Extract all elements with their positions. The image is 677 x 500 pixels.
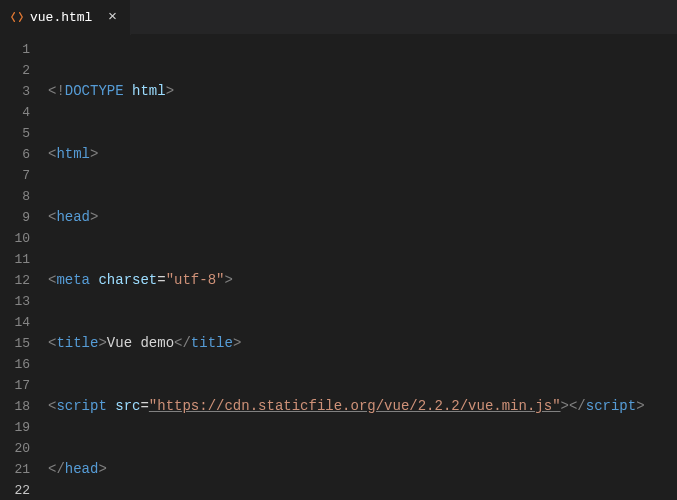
tab-vue-html[interactable]: vue.html × [0,0,131,35]
line-number: 6 [0,144,30,165]
line-number: 21 [0,459,30,480]
line-number: 11 [0,249,30,270]
line-number: 15 [0,333,30,354]
code-line[interactable]: </head> [48,459,677,480]
line-number: 4 [0,102,30,123]
line-number: 16 [0,354,30,375]
line-number: 19 [0,417,30,438]
line-number: 1 [0,39,30,60]
line-number: 14 [0,312,30,333]
line-number: 18 [0,396,30,417]
line-number: 2 [0,60,30,81]
code-line[interactable]: <script src="https://cdn.staticfile.org/… [48,396,677,417]
tab-filename: vue.html [30,10,92,25]
line-number: 8 [0,186,30,207]
line-number: 7 [0,165,30,186]
line-number: 10 [0,228,30,249]
line-number: 22 [0,480,30,500]
close-icon[interactable]: × [104,9,120,25]
line-number: 12 [0,270,30,291]
code-file-icon [10,10,24,24]
code-line[interactable]: <meta charset="utf-8"> [48,270,677,291]
line-numbers-gutter: 1 2 3 4 5 6 7 8 9 10 11 12 13 14 15 16 1… [0,39,48,500]
line-number: 9 [0,207,30,228]
code-line[interactable]: <!DOCTYPE html> [48,81,677,102]
line-number: 3 [0,81,30,102]
code-content[interactable]: <!DOCTYPE html> <html> <head> <meta char… [48,39,677,500]
line-number: 5 [0,123,30,144]
line-number: 20 [0,438,30,459]
line-number: 13 [0,291,30,312]
tab-bar: vue.html × [0,0,677,35]
code-line[interactable]: <head> [48,207,677,228]
code-line[interactable]: <html> [48,144,677,165]
editor[interactable]: 1 2 3 4 5 6 7 8 9 10 11 12 13 14 15 16 1… [0,35,677,500]
code-line[interactable]: <title>Vue demo</title> [48,333,677,354]
line-number: 17 [0,375,30,396]
